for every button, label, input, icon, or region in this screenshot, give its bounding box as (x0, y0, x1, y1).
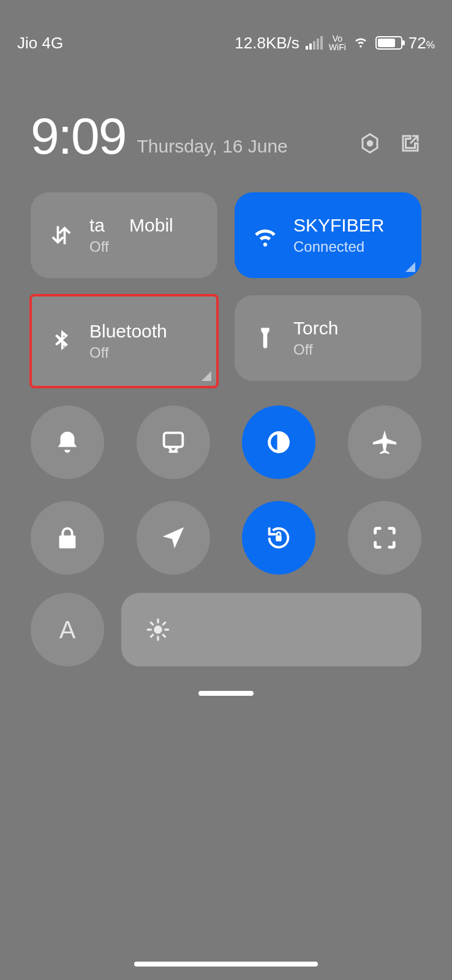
bell-icon (53, 428, 81, 456)
lock-toggle[interactable] (31, 501, 104, 575)
bluetooth-icon (47, 326, 76, 356)
brightness-slider[interactable] (121, 593, 421, 666)
mobile-data-status: Off (89, 238, 173, 255)
airplane-icon (371, 428, 399, 456)
expand-corner-icon (405, 262, 415, 272)
clock-date: Thursday, 16 June (137, 136, 288, 157)
bluetooth-tile[interactable]: Bluetooth Off (31, 295, 217, 387)
status-right: 12.8KB/s Vo WiFi 72% (235, 32, 435, 54)
header: 9:09 Thursday, 16 June (0, 86, 452, 180)
rotation-lock-toggle[interactable] (242, 501, 315, 575)
location-icon (159, 524, 187, 552)
panel-drag-handle[interactable] (198, 691, 254, 696)
svg-line-13 (163, 622, 165, 624)
vowifi-icon: Vo WiFi (329, 34, 346, 51)
clock-time: 9:09 (31, 110, 126, 162)
signal-icon (306, 36, 323, 50)
carrier-label: Jio 4G (17, 34, 63, 53)
sound-toggle[interactable] (31, 405, 104, 479)
mobile-data-tile[interactable]: ta Mobil Off (31, 192, 217, 278)
wifi-icon (250, 221, 280, 250)
mobile-data-label: ta Mobil (89, 215, 173, 236)
screenshot-icon (159, 428, 187, 456)
battery-icon (375, 36, 402, 50)
edit-icon[interactable] (399, 132, 421, 157)
dark-mode-toggle[interactable] (242, 405, 315, 479)
quick-tiles: ta Mobil Off SKYFIBER Connected Bluetoot… (0, 180, 452, 387)
dark-mode-icon (265, 428, 293, 456)
torch-tile[interactable]: Torch Off (235, 295, 421, 381)
torch-status: Off (293, 341, 338, 358)
torch-icon (250, 323, 280, 353)
screenshot-toggle[interactable] (137, 405, 210, 479)
bluetooth-status: Off (89, 344, 167, 361)
location-toggle[interactable] (137, 501, 210, 575)
airplane-toggle[interactable] (348, 405, 421, 479)
svg-line-12 (151, 635, 153, 636)
svg-rect-2 (164, 433, 183, 447)
wifi-status: Connected (293, 238, 384, 255)
data-rate: 12.8KB/s (235, 34, 299, 53)
status-bar: Jio 4G 12.8KB/s Vo WiFi 72% (0, 0, 452, 86)
svg-line-10 (151, 622, 153, 624)
brightness-icon (146, 617, 170, 642)
settings-icon[interactable] (359, 132, 381, 157)
auto-brightness-toggle[interactable]: A (31, 593, 104, 666)
wifi-tile[interactable]: SKYFIBER Connected (235, 192, 421, 278)
svg-line-11 (163, 635, 165, 636)
expand-corner-icon (202, 371, 211, 381)
brightness-row: A (0, 575, 452, 666)
svg-point-5 (154, 625, 162, 633)
scan-toggle[interactable] (348, 501, 421, 575)
wifi-status-icon (352, 32, 369, 54)
rotation-lock-icon (265, 524, 293, 552)
svg-point-1 (367, 141, 372, 146)
quick-circles (0, 387, 452, 575)
mobile-data-icon (47, 221, 76, 250)
scan-icon (371, 524, 399, 552)
torch-label: Torch (293, 318, 338, 339)
nav-gesture-bar[interactable] (134, 962, 318, 967)
svg-rect-4 (276, 535, 282, 541)
auto-brightness-label: A (59, 616, 76, 644)
wifi-label: SKYFIBER (293, 215, 384, 236)
battery-pct: 72% (409, 34, 435, 53)
lock-icon (53, 524, 81, 552)
bluetooth-label: Bluetooth (89, 321, 167, 342)
